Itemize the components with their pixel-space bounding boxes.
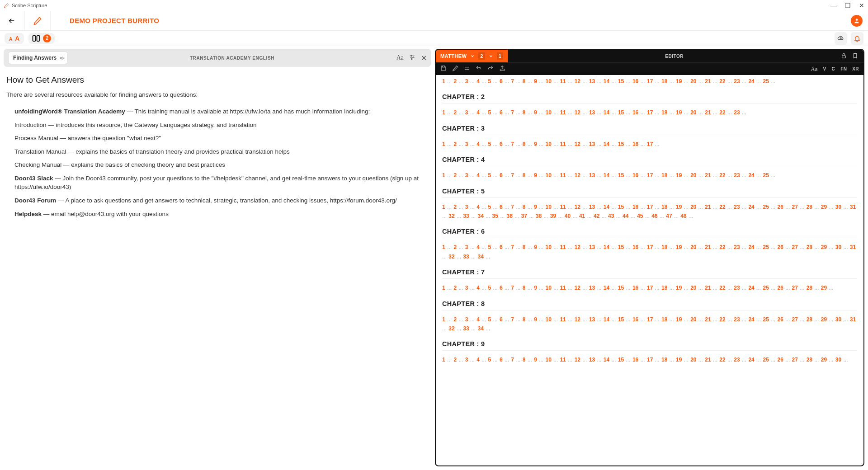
verse-link[interactable]: 6 [500, 285, 503, 291]
verse-link[interactable]: 18 [661, 285, 667, 291]
verse-link[interactable]: 7 [511, 285, 514, 291]
verse-link[interactable]: 27 [792, 204, 798, 210]
font-icon[interactable]: Aa [811, 66, 817, 73]
editor-content[interactable]: 1 ... 2 ... 3 ... 4 ... 5 ... 6 ... 7 ..… [436, 75, 863, 465]
verse-link[interactable]: 10 [546, 109, 552, 116]
verse-link[interactable]: 14 [604, 244, 609, 250]
save-icon[interactable] [440, 65, 447, 73]
verse-link[interactable]: 14 [604, 78, 609, 85]
toggle-c[interactable]: C [832, 66, 835, 71]
verse-link[interactable]: 4 [476, 109, 480, 116]
verse-link[interactable]: 22 [719, 244, 725, 250]
verse-link[interactable]: 11 [560, 172, 566, 179]
verse-link[interactable]: 10 [546, 78, 552, 85]
verse-link[interactable]: 18 [661, 244, 667, 250]
verse-link[interactable]: 2 [453, 285, 457, 291]
window-maximize-icon[interactable]: ❐ [845, 2, 851, 9]
verse-link[interactable]: 8 [523, 141, 526, 147]
verse-link[interactable]: 13 [589, 316, 595, 323]
verse-link[interactable]: 30 [835, 357, 841, 363]
verse-link[interactable]: 11 [560, 78, 566, 85]
verse-link[interactable]: 3 [465, 357, 468, 363]
verse-link[interactable]: 33 [463, 213, 469, 219]
verse-link[interactable]: 47 [666, 213, 672, 219]
verse-link[interactable]: 22 [719, 316, 725, 323]
verse-link[interactable]: 20 [690, 244, 696, 250]
undo-icon[interactable] [476, 65, 482, 73]
verse-link[interactable]: 22 [719, 172, 725, 179]
verse-link[interactable]: 28 [807, 244, 812, 250]
verse-link[interactable]: 26 [778, 285, 783, 291]
verse-link[interactable]: 31 [850, 204, 856, 210]
verse-link[interactable]: 25 [763, 172, 769, 179]
verse-link[interactable]: 18 [661, 78, 667, 85]
verse-link[interactable]: 6 [500, 109, 503, 116]
window-close-icon[interactable]: ✕ [859, 2, 864, 9]
verse-link[interactable]: 11 [560, 244, 566, 250]
verse-link[interactable]: 35 [492, 213, 498, 219]
book-chapter-selector[interactable]: MATTHEW 2 1 [436, 50, 508, 62]
verse-link[interactable]: 12 [575, 244, 580, 250]
verse-link[interactable]: 13 [589, 78, 595, 85]
verse-link[interactable]: 11 [560, 109, 566, 116]
verse-link[interactable]: 23 [734, 316, 740, 323]
verse-link[interactable]: 1 [442, 244, 445, 250]
verse-link[interactable]: 19 [676, 109, 682, 116]
verse-link[interactable]: 16 [632, 204, 638, 210]
verse-link[interactable]: 3 [465, 285, 468, 291]
verse-link[interactable]: 16 [632, 316, 638, 323]
verse-link[interactable]: 34 [477, 254, 483, 260]
verse-link[interactable]: 16 [632, 285, 638, 291]
verse-link[interactable]: 39 [550, 213, 556, 219]
verse-link[interactable]: 18 [661, 172, 667, 179]
verse-link[interactable]: 2 [453, 109, 457, 116]
verse-link[interactable]: 4 [476, 316, 480, 323]
verse-link[interactable]: 4 [476, 78, 480, 85]
verse-link[interactable]: 5 [488, 172, 491, 179]
verse-link[interactable]: 22 [719, 285, 725, 291]
redo-icon[interactable] [487, 65, 494, 73]
verse-link[interactable]: 14 [604, 141, 609, 147]
back-button[interactable] [5, 14, 18, 27]
verse-link[interactable]: 3 [465, 172, 468, 179]
verse-link[interactable]: 20 [690, 78, 696, 85]
verse-link[interactable]: 10 [546, 285, 552, 291]
verse-link[interactable]: 25 [763, 78, 769, 85]
verse-link[interactable]: 9 [534, 141, 537, 147]
verse-link[interactable]: 13 [589, 204, 595, 210]
verse-link[interactable]: 8 [523, 78, 526, 85]
verse-link[interactable]: 31 [850, 316, 856, 323]
verse-link[interactable]: 15 [618, 244, 624, 250]
verse-link[interactable]: 21 [705, 285, 711, 291]
verse-link[interactable]: 25 [763, 357, 769, 363]
verse-link[interactable]: 13 [589, 244, 595, 250]
verse-link[interactable]: 25 [763, 285, 769, 291]
verse-link[interactable]: 25 [763, 244, 769, 250]
verse-link[interactable]: 6 [500, 78, 503, 85]
verse-link[interactable]: 27 [792, 357, 798, 363]
verse-link[interactable]: 19 [676, 316, 682, 323]
verse-link[interactable]: 41 [579, 213, 585, 219]
verse-link[interactable]: 9 [534, 78, 537, 85]
verse-link[interactable]: 28 [807, 316, 812, 323]
verse-link[interactable]: 20 [690, 357, 696, 363]
verse-link[interactable]: 20 [690, 316, 696, 323]
toggle-xr[interactable]: XR [852, 66, 859, 71]
verse-link[interactable]: 26 [778, 357, 783, 363]
verse-link[interactable]: 20 [690, 204, 696, 210]
verse-link[interactable]: 33 [463, 325, 469, 332]
verse-link[interactable]: 14 [604, 172, 609, 179]
verse-link[interactable]: 14 [604, 204, 609, 210]
notifications-button[interactable] [851, 32, 863, 45]
verse-link[interactable]: 7 [511, 204, 514, 210]
verse-link[interactable]: 13 [589, 141, 595, 147]
verse-link[interactable]: 9 [534, 109, 537, 116]
cloud-sync-button[interactable] [835, 32, 847, 45]
verse-link[interactable]: 24 [748, 244, 754, 250]
verse-link[interactable]: 27 [792, 285, 798, 291]
verse-link[interactable]: 32 [448, 254, 454, 260]
verse-link[interactable]: 33 [463, 254, 469, 260]
verse-link[interactable]: 31 [850, 244, 856, 250]
verse-link[interactable]: 4 [476, 285, 480, 291]
verse-link[interactable]: 29 [821, 316, 827, 323]
